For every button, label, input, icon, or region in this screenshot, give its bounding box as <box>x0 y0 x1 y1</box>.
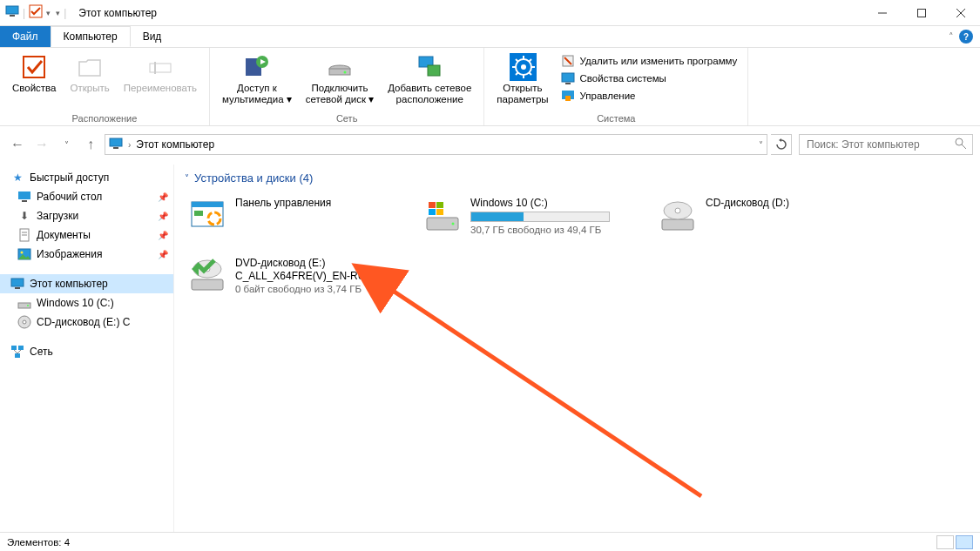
svg-line-36 <box>962 144 966 149</box>
settings-gear-icon <box>509 53 537 81</box>
ribbon: Свойства Открыть Переименовать Расположе… <box>0 48 980 126</box>
svg-rect-16 <box>428 65 440 76</box>
search-icon[interactable] <box>955 138 967 152</box>
device-cd-d[interactable]: CD-дисковод (D:) <box>655 193 864 239</box>
forward-button[interactable]: → <box>31 134 52 155</box>
pin-icon: 📌 <box>158 250 168 259</box>
tab-computer[interactable]: Компьютер <box>51 26 131 47</box>
quick-access-toolbar: | ▾ ▾ | <box>0 4 71 21</box>
svg-rect-44 <box>11 279 24 286</box>
svg-rect-50 <box>11 346 17 350</box>
desktop-icon <box>17 190 31 204</box>
uninstall-button[interactable]: Удалить или изменить программу <box>558 53 741 69</box>
refresh-button[interactable] <box>771 134 792 155</box>
sidebar-item-cd-e[interactable]: CD-дисковод (E:) C <box>0 312 173 332</box>
group-label-network: Сеть <box>217 111 476 124</box>
tab-file[interactable]: Файл <box>0 26 51 47</box>
monitor-icon <box>10 277 24 291</box>
svg-point-67 <box>675 208 680 213</box>
tab-view[interactable]: Вид <box>131 26 174 47</box>
ribbon-tabs: Файл Компьютер Вид ˄ ? <box>0 26 980 48</box>
rename-icon <box>146 53 174 81</box>
device-windows10-c[interactable]: Windows 10 (C:) 30,7 ГБ свободно из 49,4… <box>420 193 629 239</box>
sidebar-item-windows10-c[interactable]: Windows 10 (C:) <box>0 293 173 312</box>
svg-point-43 <box>21 252 24 254</box>
window-controls <box>862 0 980 26</box>
help-icon[interactable]: ? <box>959 30 973 44</box>
address-field[interactable]: › Этот компьютер ˅ <box>105 134 767 155</box>
svg-rect-62 <box>436 202 443 208</box>
devices-group-header[interactable]: ˅ Устройства и диски (4) <box>185 168 970 193</box>
system-props-icon <box>561 71 575 85</box>
svg-rect-0 <box>6 6 18 14</box>
sidebar-item-documents[interactable]: Документы 📌 <box>0 225 173 245</box>
ribbon-collapse-icon[interactable]: ˄ <box>949 31 954 43</box>
dropdown-icon[interactable]: ▾ <box>46 9 51 17</box>
up-button[interactable]: ↑ <box>80 134 101 155</box>
sidebar-item-this-pc[interactable]: Этот компьютер <box>0 274 173 293</box>
network-location-icon <box>416 53 443 81</box>
network-icon <box>10 345 24 359</box>
svg-line-54 <box>17 350 21 353</box>
title-bar: | ▾ ▾ | Этот компьютер <box>0 0 980 26</box>
device-name: CD-дисковод (D:) <box>706 197 789 210</box>
add-network-button[interactable]: Добавить сетевое расположение <box>382 51 476 107</box>
svg-rect-64 <box>436 209 443 215</box>
svg-rect-56 <box>192 202 223 207</box>
open-settings-button[interactable]: Открыть параметры <box>491 51 553 107</box>
pictures-icon <box>17 247 31 261</box>
view-details-button[interactable] <box>936 535 954 549</box>
media-access-button[interactable]: Доступ к мультимедиа ▾ <box>217 51 297 107</box>
address-bar: ← → ˅ ↑ › Этот компьютер ˅ <box>7 131 973 158</box>
svg-rect-8 <box>150 64 171 72</box>
device-subtext: 0 байт свободно из 3,74 ГБ <box>235 283 379 295</box>
uninstall-icon <box>561 54 575 68</box>
view-tiles-button[interactable] <box>956 535 973 549</box>
view-toggles <box>936 535 973 549</box>
window-title: Этот компьютер <box>78 7 157 19</box>
recent-dropdown-icon[interactable]: ˅ <box>56 134 77 155</box>
chevron-right-icon[interactable]: › <box>128 140 131 150</box>
address-dropdown-icon[interactable]: ˅ <box>759 140 763 150</box>
status-count: Элементов: 4 <box>7 537 70 548</box>
device-dvd-e[interactable]: DVD-дисковод (E:) C_ALL_X64FRE(V)_EN-RU_… <box>185 253 411 299</box>
sidebar-item-downloads[interactable]: ⬇ Загрузки 📌 <box>0 206 173 225</box>
properties-button[interactable]: Свойства <box>7 51 62 96</box>
svg-rect-1 <box>10 15 15 17</box>
drive-windows-icon <box>423 197 462 235</box>
svg-rect-7 <box>24 57 44 77</box>
qat-customize-icon[interactable]: ▾ <box>56 9 60 17</box>
chevron-down-icon: ˅ <box>185 173 189 183</box>
manage-button[interactable]: Управление <box>558 88 741 104</box>
svg-point-47 <box>27 305 29 306</box>
system-properties-button[interactable]: Свойства системы <box>558 71 741 86</box>
sidebar-item-network[interactable]: Сеть <box>0 342 173 361</box>
open-icon <box>76 53 104 81</box>
media-icon <box>243 53 271 81</box>
content-area: ★ Быстрый доступ Рабочий стол 📌 ⬇ Загруз… <box>0 165 980 544</box>
address-location: Этот компьютер <box>136 138 214 151</box>
svg-rect-30 <box>562 73 574 82</box>
close-button[interactable] <box>941 0 980 26</box>
drive-icon <box>326 53 354 81</box>
sidebar-item-desktop[interactable]: Рабочий стол 📌 <box>0 187 173 206</box>
open-button[interactable]: Открыть <box>65 51 115 96</box>
sidebar-item-pictures[interactable]: Изображения 📌 <box>0 245 173 264</box>
sidebar-item-quick-access[interactable]: ★ Быстрый доступ <box>0 168 173 187</box>
group-system: Открыть параметры Удалить или изменить п… <box>484 48 748 125</box>
device-control-panel[interactable]: Панель управления <box>185 193 394 239</box>
control-panel-icon <box>188 197 226 235</box>
properties-check-icon[interactable] <box>29 4 43 21</box>
minimize-button[interactable] <box>862 0 902 26</box>
search-field[interactable] <box>799 134 973 155</box>
maximize-button[interactable] <box>902 0 941 26</box>
divider-icon: | <box>23 7 25 19</box>
svg-rect-57 <box>194 211 203 216</box>
rename-button[interactable]: Переименовать <box>118 51 202 96</box>
svg-rect-65 <box>662 219 693 230</box>
search-input[interactable] <box>805 138 955 151</box>
disc-icon <box>17 315 31 329</box>
map-drive-button[interactable]: Подключить сетевой диск ▾ <box>301 51 379 107</box>
manage-icon <box>561 89 575 103</box>
back-button[interactable]: ← <box>7 134 28 155</box>
